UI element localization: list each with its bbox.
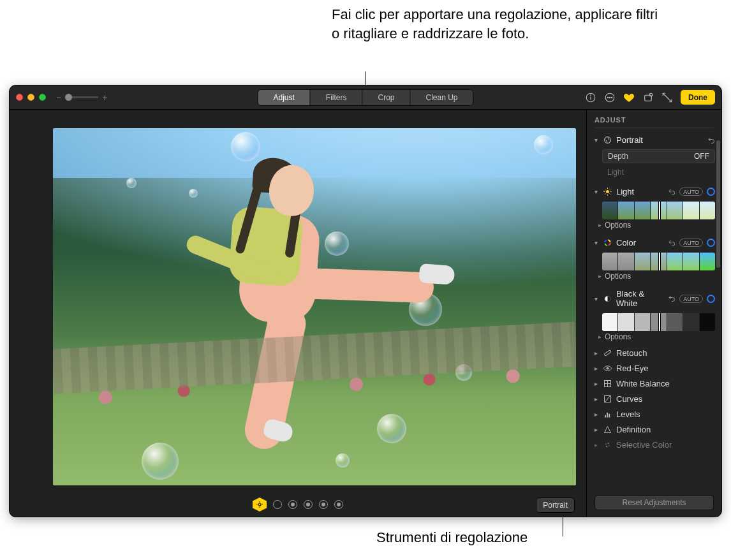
portrait-mode-pill[interactable]: Portrait	[536, 497, 575, 513]
svg-point-15	[606, 190, 609, 193]
canvas-area: Portrait	[10, 110, 586, 517]
depth-row[interactable]: Depth OFF	[602, 149, 715, 163]
annotation-top-text: Fai clic per apportare una regolazione, …	[332, 5, 663, 43]
close-window-button[interactable]	[16, 94, 23, 101]
reset-adjustments-button[interactable]: Reset Adjustments	[594, 495, 714, 510]
svg-point-30	[607, 367, 609, 369]
photo-preview[interactable]	[53, 128, 576, 485]
svg-point-6	[611, 97, 612, 98]
section-color-header[interactable]: ▾ Color AUTO	[587, 235, 721, 251]
section-levels[interactable]: ▸ Levels	[587, 406, 721, 422]
more-icon[interactable]	[604, 92, 616, 103]
bottom-controls: Portrait	[10, 492, 586, 517]
section-light-header[interactable]: ▾ Light AUTO	[587, 184, 721, 200]
lighting-option-4[interactable]	[319, 500, 328, 509]
curves-icon	[603, 394, 612, 404]
tab-adjust[interactable]: Adjust	[258, 90, 309, 105]
color-wheel-icon	[603, 238, 612, 247]
svg-point-9	[258, 503, 261, 506]
auto-button[interactable]: AUTO	[679, 188, 703, 196]
extensions-icon[interactable]	[642, 92, 654, 103]
zoom-control: − +	[56, 92, 107, 103]
svg-point-39	[608, 442, 610, 444]
svg-point-41	[606, 445, 608, 447]
undo-icon[interactable]	[668, 239, 676, 247]
svg-point-38	[605, 443, 607, 445]
bw-thumb-strip[interactable]	[602, 313, 715, 331]
edit-mode-tabs: Adjust Filters Crop Clean Up	[257, 89, 473, 106]
annotation-bottom-text: Strumenti di regolazione	[376, 529, 528, 546]
undo-icon[interactable]	[668, 188, 676, 196]
svg-line-22	[610, 189, 610, 189]
light-options[interactable]: ▸ Options	[598, 221, 715, 230]
sidebar-scrollbar[interactable]	[716, 140, 720, 268]
lighting-option-1[interactable]	[273, 500, 282, 509]
chevron-right-icon: ▸	[593, 441, 599, 448]
section-bw-header[interactable]: ▾ Black & White AUTO	[587, 286, 721, 311]
chevron-right-icon: ▸	[593, 380, 599, 387]
fullscreen-window-button[interactable]	[39, 94, 46, 101]
favorite-heart-icon[interactable]	[623, 92, 635, 103]
lighting-option-2[interactable]	[288, 500, 297, 509]
enable-ring-icon[interactable]	[707, 239, 715, 247]
portrait-light-row: Light	[602, 166, 715, 179]
bw-options[interactable]: ▸ Options	[598, 332, 715, 341]
section-selective-color[interactable]: ▸ Selective Color	[587, 437, 721, 452]
section-color-title: Color	[616, 238, 664, 247]
auto-button[interactable]: AUTO	[679, 239, 703, 247]
zoom-in-icon[interactable]: +	[102, 92, 107, 103]
eye-icon	[603, 364, 612, 373]
chevron-right-icon: ▸	[593, 426, 599, 433]
chevron-down-icon: ▾	[593, 295, 599, 302]
depth-label: Depth	[608, 152, 694, 161]
tab-clean-up[interactable]: Clean Up	[410, 90, 473, 105]
section-portrait: ▾ Portrait Depth OFF Light	[587, 131, 721, 182]
tab-filters[interactable]: Filters	[310, 90, 362, 105]
section-light-title: Light	[616, 187, 664, 196]
section-red-eye[interactable]: ▸ Red-Eye	[587, 360, 721, 376]
window-controls	[16, 94, 46, 101]
portrait-aperture-icon	[603, 135, 612, 145]
svg-rect-35	[605, 415, 606, 417]
lighting-option-5[interactable]	[334, 500, 343, 509]
undo-icon[interactable]	[668, 295, 676, 302]
sidebar-header: ADJUST	[587, 110, 721, 128]
section-bw: ▾ Black & White AUTO	[587, 284, 721, 345]
section-portrait-header[interactable]: ▾ Portrait	[587, 132, 721, 148]
chevron-down-icon: ▾	[593, 188, 599, 195]
enable-ring-icon[interactable]	[707, 188, 715, 196]
svg-line-20	[605, 189, 605, 189]
svg-rect-37	[609, 413, 610, 417]
section-retouch[interactable]: ▸ Retouch	[587, 345, 721, 360]
zoom-out-icon[interactable]: −	[56, 92, 61, 103]
auto-button[interactable]: AUTO	[679, 295, 703, 303]
info-icon[interactable]	[585, 92, 596, 103]
section-bw-title: Black & White	[616, 289, 664, 308]
svg-point-40	[609, 445, 610, 446]
color-options[interactable]: ▸ Options	[598, 272, 715, 281]
enable-ring-icon[interactable]	[707, 295, 715, 303]
chevron-right-icon: ▸	[598, 273, 602, 279]
photo-viewport	[10, 110, 586, 492]
light-thumb-strip[interactable]	[602, 202, 715, 219]
done-button[interactable]: Done	[681, 90, 715, 105]
undo-icon[interactable]	[707, 136, 715, 144]
color-thumb-strip[interactable]	[602, 253, 715, 270]
minimize-window-button[interactable]	[27, 94, 34, 101]
chevron-right-icon: ▸	[593, 411, 599, 418]
portrait-badge-icon[interactable]	[253, 497, 267, 512]
section-definition[interactable]: ▸ Definition	[587, 422, 721, 437]
toolbar: − + Adjust Filters Crop Clean Up	[10, 85, 721, 110]
rotate-icon[interactable]	[661, 92, 673, 103]
svg-point-4	[607, 97, 609, 98]
adjust-sidebar: ADJUST ▾ Portrait Dep	[586, 110, 721, 517]
section-white-balance[interactable]: ▸ White Balance	[587, 376, 721, 391]
section-light: ▾ Light AUTO	[587, 182, 721, 233]
zoom-slider[interactable]	[65, 96, 98, 98]
section-curves[interactable]: ▸ Curves	[587, 391, 721, 406]
tab-crop[interactable]: Crop	[362, 90, 410, 105]
svg-rect-29	[604, 350, 611, 356]
section-color: ▾ Color AUTO	[587, 233, 721, 284]
bandage-icon	[603, 348, 612, 358]
lighting-option-3[interactable]	[304, 500, 313, 509]
